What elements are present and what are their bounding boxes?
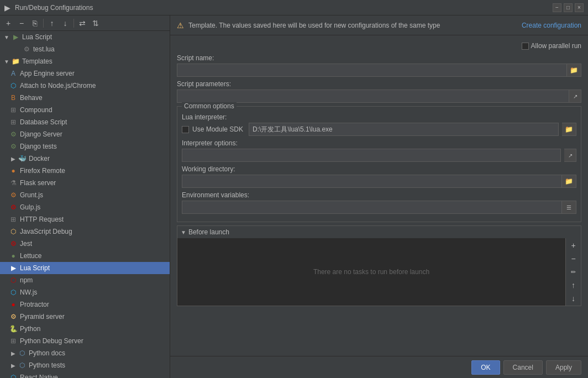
- create-configuration-link[interactable]: Create configuration: [522, 22, 581, 29]
- tree-item-protractor[interactable]: ● Protractor: [0, 298, 170, 311]
- before-launch-up-button[interactable]: ↑: [568, 279, 580, 291]
- tree-item-app-engine[interactable]: A App Engine server: [0, 67, 170, 80]
- tree-item-templates[interactable]: ▼ 📁 Templates: [0, 55, 170, 67]
- environment-variables-input[interactable]: [182, 201, 562, 214]
- python-debug-server-label: Python Debug Server: [20, 337, 83, 345]
- before-launch-edit-button[interactable]: ✏: [568, 266, 580, 278]
- environment-variables-row: Environment variables: ☰: [182, 191, 576, 214]
- http-request-icon: ⊞: [9, 215, 18, 224]
- warning-bar: ⚠ Template. The values saved here will b…: [170, 15, 588, 35]
- django-server-icon: ⚙: [9, 130, 18, 139]
- http-request-label: HTTP Request: [20, 216, 64, 223]
- script-name-browse-button[interactable]: 📁: [567, 64, 581, 77]
- close-button[interactable]: ×: [575, 3, 584, 12]
- move-up-button[interactable]: ↑: [46, 17, 58, 29]
- interpreter-options-input-row: ↗: [182, 149, 576, 162]
- apply-button[interactable]: Apply: [546, 360, 581, 375]
- tree-item-python-tests[interactable]: ▶ ⬡ Python tests: [0, 359, 170, 371]
- jest-icon: ⚙: [9, 239, 18, 248]
- grunt-label: Grunt.js: [20, 191, 43, 199]
- firefox-icon: ●: [9, 166, 18, 175]
- tree-item-gulp[interactable]: ⚙ Gulp.js: [0, 201, 170, 213]
- django-tests-label: Django tests: [20, 143, 57, 150]
- docker-icon: 🐳: [18, 154, 27, 163]
- before-launch-down-button[interactable]: ↓: [568, 292, 580, 305]
- script-name-row: Script name: 📁: [177, 54, 581, 77]
- sdk-browse-button[interactable]: 📁: [562, 123, 576, 136]
- remove-config-button[interactable]: −: [15, 17, 28, 29]
- environment-variables-browse-button[interactable]: ☰: [562, 201, 576, 214]
- tree-item-database-script[interactable]: ⊞ Database Script: [0, 116, 170, 128]
- tree-container: ▼ ▶ Lua Script ⚙ test.lua ▼ 📁 Templates …: [0, 31, 170, 378]
- environment-variables-input-group: ☰: [182, 201, 576, 214]
- sdk-path-input[interactable]: [249, 123, 559, 136]
- tree-item-lettuce[interactable]: ● Lettuce: [0, 250, 170, 262]
- tree-item-compound[interactable]: ⊞ Compound: [0, 104, 170, 116]
- tree-item-grunt[interactable]: ⚙ Grunt.js: [0, 189, 170, 201]
- protractor-label: Protractor: [20, 301, 49, 308]
- ok-button[interactable]: OK: [471, 360, 500, 375]
- lua-script-icon: ▶: [9, 264, 18, 272]
- tree-item-pyramid[interactable]: ⚙ Pyramid server: [0, 311, 170, 323]
- tree-item-docker[interactable]: ▶ 🐳 Docker: [0, 153, 170, 165]
- interpreter-options-expand-button[interactable]: ↗: [564, 149, 576, 162]
- tree-item-nw[interactable]: ⬡ NW.js: [0, 286, 170, 298]
- use-module-sdk-checkbox[interactable]: [182, 126, 189, 133]
- before-launch-remove-button[interactable]: −: [568, 253, 580, 265]
- tree-item-django-tests[interactable]: ⚙ Django tests: [0, 140, 170, 153]
- script-params-expand-button[interactable]: ↗: [569, 90, 581, 103]
- allow-parallel-checkbox[interactable]: [522, 43, 529, 50]
- interpreter-options-label: Interpreter options:: [182, 139, 576, 147]
- templates-icon: 📁: [11, 57, 20, 66]
- flask-label: Flask server: [20, 179, 56, 187]
- cancel-button[interactable]: Cancel: [503, 360, 543, 375]
- jest-label: Jest: [20, 240, 32, 248]
- tree-item-javascript-debug[interactable]: ⬡ JavaScript Debug: [0, 225, 170, 238]
- interpreter-options-input[interactable]: [182, 149, 561, 162]
- tree-item-django-server[interactable]: ⚙ Django Server: [0, 128, 170, 140]
- tree-item-test-lua[interactable]: ⚙ test.lua: [0, 43, 170, 55]
- working-directory-row: Working directory: 📁: [182, 165, 576, 188]
- tree-item-jest[interactable]: ⚙ Jest: [0, 238, 170, 250]
- tree-item-python[interactable]: 🐍 Python: [0, 323, 170, 335]
- tree-item-flask[interactable]: ⚗ Flask server: [0, 177, 170, 189]
- script-name-label: Script name:: [177, 54, 581, 62]
- add-config-button[interactable]: +: [2, 17, 14, 29]
- working-directory-input[interactable]: [182, 175, 562, 188]
- python-tests-label: Python tests: [29, 361, 65, 369]
- script-name-input[interactable]: [177, 64, 567, 77]
- tree-item-firefox[interactable]: ● Firefox Remote: [0, 165, 170, 177]
- toolbar-separator: [43, 19, 44, 28]
- working-directory-browse-button[interactable]: 📁: [562, 175, 576, 188]
- tree-item-lua-script-root[interactable]: ▼ ▶ Lua Script: [0, 31, 170, 43]
- tree-item-behave[interactable]: B Behave: [0, 92, 170, 104]
- allow-parallel-label[interactable]: Allow parallel run: [522, 42, 581, 50]
- expand-button[interactable]: ⇄: [76, 17, 88, 29]
- working-directory-input-group: 📁: [182, 175, 576, 188]
- maximize-button[interactable]: □: [564, 3, 573, 12]
- common-options-content: Lua interpreter: Use Module SDK 📁 Interp…: [182, 113, 576, 214]
- tree-item-react-native[interactable]: ⬡ React Native: [0, 371, 170, 378]
- python-docs-icon: ⬡: [18, 349, 27, 358]
- title-bar: ▶ Run/Debug Configurations − □ ×: [0, 0, 588, 15]
- tree-item-attach-node[interactable]: ⬡ Attach to Node.js/Chrome: [0, 80, 170, 92]
- tree-item-lua-script[interactable]: ▶ Lua Script: [0, 262, 170, 274]
- tree-item-npm[interactable]: ⬡ npm: [0, 274, 170, 286]
- copy-config-button[interactable]: ⎘: [29, 17, 41, 29]
- tree-item-python-debug-server[interactable]: ⊞ Python Debug Server: [0, 335, 170, 347]
- before-launch-add-button[interactable]: +: [568, 239, 580, 251]
- before-launch-header[interactable]: ▼ Before launch: [177, 226, 581, 238]
- lua-script-template-label: Lua Script: [20, 264, 50, 272]
- script-params-input[interactable]: [177, 90, 569, 103]
- minimize-button[interactable]: −: [553, 3, 561, 12]
- javascript-debug-label: JavaScript Debug: [20, 228, 72, 235]
- script-params-label: Script parameters:: [177, 80, 581, 88]
- tree-item-python-docs[interactable]: ▶ ⬡ Python docs: [0, 347, 170, 359]
- database-script-icon: ⊞: [9, 118, 18, 127]
- move-down-button[interactable]: ↓: [59, 17, 71, 29]
- lua-interpreter-row: Lua interpreter: Use Module SDK 📁: [182, 113, 576, 136]
- sort-button[interactable]: ⇅: [90, 17, 102, 29]
- tree-item-http-request[interactable]: ⊞ HTTP Request: [0, 213, 170, 225]
- attach-node-label: Attach to Node.js/Chrome: [20, 82, 96, 90]
- lettuce-label: Lettuce: [20, 252, 41, 260]
